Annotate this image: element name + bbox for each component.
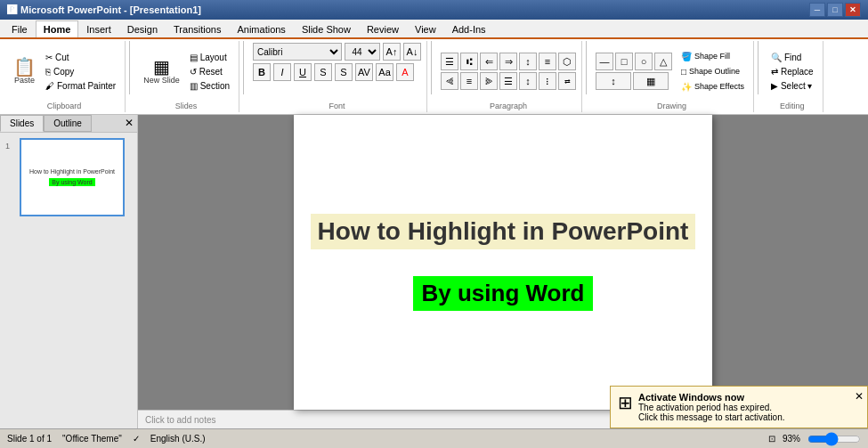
shape-outline-button[interactable]: □ Shape Outline — [677, 65, 748, 78]
shape2-button[interactable]: □ — [615, 53, 633, 70]
zoom-info: 93% — [783, 434, 800, 444]
smartart-button[interactable]: ⬡ — [558, 53, 576, 70]
cut-button[interactable]: ✂ Cut — [42, 51, 119, 64]
paragraph-row1: ☰ ⑆ ⇐ ⇒ ↕ ≡ ⬡ — [441, 53, 576, 70]
drawing-right: 🪣 Shape Fill □ Shape Outline ✨ Shape Eff… — [677, 50, 748, 94]
zoom-slider[interactable] — [807, 432, 861, 446]
new-slide-button[interactable]: ▦ New Slide — [139, 55, 184, 87]
font-color-button[interactable]: A — [396, 63, 414, 81]
separator-2 — [243, 41, 244, 94]
slide-number: 1 — [5, 142, 16, 151]
tab-slideshow[interactable]: Slide Show — [294, 20, 359, 37]
arrange-button[interactable]: ↕ — [596, 72, 631, 90]
clipboard-content: 📋 Paste ✂ Cut ⎘ Copy 🖌 Format Painter — [9, 43, 119, 100]
drawing-row2: ↕ ▦ — [596, 72, 672, 90]
notes-placeholder: Click to add notes — [145, 415, 216, 425]
text-direction-button[interactable]: ↕ — [519, 53, 537, 70]
font-content: Calibri 44 A↑ A↓ B I U S S AV Aa A — [253, 43, 421, 100]
paragraph-content: ☰ ⑆ ⇐ ⇒ ↕ ≡ ⬡ ⫷ ≡ ⫸ ☰ ↕ ⫶ ⇄ — [441, 43, 576, 100]
increase-font-button[interactable]: A↑ — [383, 43, 401, 61]
shape4-button[interactable]: △ — [654, 53, 672, 70]
font-size-select[interactable]: 44 — [345, 43, 380, 61]
tab-design[interactable]: Design — [119, 20, 166, 37]
separator-1 — [129, 41, 130, 94]
reset-button[interactable]: ↺ Reset — [186, 65, 233, 78]
tab-file[interactable]: File — [4, 20, 36, 37]
slide-canvas[interactable]: How to Highlight in PowerPoint By using … — [294, 115, 712, 410]
paragraph-row2: ⫷ ≡ ⫸ ☰ ↕ ⫶ ⇄ — [441, 72, 576, 90]
drawing-row1: — □ ○ △ — [596, 53, 672, 70]
tab-home[interactable]: Home — [36, 20, 79, 37]
paste-button[interactable]: 📋 Paste — [9, 55, 40, 87]
tab-animations[interactable]: Animations — [229, 20, 293, 37]
zoom-fit-button[interactable]: ⊡ — [768, 434, 775, 444]
replace-button[interactable]: ⇄ Replace — [767, 65, 817, 78]
section-icon: ▥ — [190, 81, 198, 91]
activation-text: Activate Windows now The activation peri… — [638, 392, 785, 422]
activation-line2: Click this message to start activation. — [638, 412, 785, 422]
spell-check-icon[interactable]: ✓ — [133, 434, 140, 444]
line-spacing-button[interactable]: ↕ — [519, 72, 537, 90]
quick-styles-button[interactable]: ▦ — [633, 72, 669, 90]
main-area: Slides Outline ✕ 1 How to Highlight in P… — [0, 115, 868, 428]
outline-tab[interactable]: Outline — [44, 115, 92, 132]
font-name-select[interactable]: Calibri — [253, 43, 342, 61]
slide-subtitle[interactable]: By using Word — [413, 276, 594, 311]
tab-transitions[interactable]: Transitions — [166, 20, 229, 37]
activation-title[interactable]: Activate Windows now — [638, 392, 785, 403]
slide-thumbnails: 1 How to Highlight in PowerPoint By usin… — [0, 133, 137, 428]
shadow-button[interactable]: S — [335, 63, 353, 81]
slide-1-thumbnail[interactable]: How to Highlight in PowerPoint By using … — [20, 138, 125, 216]
strikethrough-button[interactable]: S — [314, 63, 332, 81]
font-row1: Calibri 44 A↑ A↓ — [253, 43, 421, 61]
restore-button[interactable]: □ — [827, 3, 843, 17]
center-button[interactable]: ≡ — [460, 72, 478, 90]
bullets-button[interactable]: ☰ — [441, 53, 458, 70]
shape-effects-button[interactable]: ✨ Shape Effects — [677, 80, 748, 94]
layout-button[interactable]: ▤ Layout — [186, 51, 233, 64]
align-right-button[interactable]: ⫸ — [480, 72, 498, 90]
increase-indent-button[interactable]: ⇒ — [499, 53, 517, 70]
activation-close-button[interactable]: ✕ — [855, 390, 864, 403]
slides-small-group: ▤ Layout ↺ Reset ▥ Section — [186, 51, 233, 93]
find-button[interactable]: 🔍 Find — [767, 51, 817, 64]
slide-main-title[interactable]: How to Highlight in PowerPoint — [311, 214, 696, 249]
select-icon: ▶ — [771, 81, 778, 91]
ribbon-group-clipboard: 📋 Paste ✂ Cut ⎘ Copy 🖌 Format Painter Cl… — [4, 41, 126, 112]
decrease-indent-button[interactable]: ⇐ — [480, 53, 498, 70]
align-left-button[interactable]: ⫷ — [441, 72, 458, 90]
shape1-button[interactable]: — — [596, 53, 613, 70]
close-button[interactable]: ✕ — [845, 3, 861, 17]
copy-button[interactable]: ⎘ Copy — [42, 65, 119, 78]
columns-button[interactable]: ⫶ — [539, 72, 556, 90]
ribbon-group-font: Calibri 44 A↑ A↓ B I U S S AV Aa A Font — [247, 41, 427, 112]
section-button[interactable]: ▥ Section — [186, 79, 233, 93]
decrease-font-button[interactable]: A↓ — [403, 43, 421, 61]
paragraph-label: Paragraph — [490, 100, 527, 110]
tab-insert[interactable]: Insert — [78, 20, 119, 37]
italic-button[interactable]: I — [273, 63, 291, 81]
slides-tab[interactable]: Slides — [0, 115, 44, 132]
panel-close-button[interactable]: ✕ — [121, 115, 137, 132]
justify-button[interactable]: ☰ — [499, 72, 517, 90]
tab-view[interactable]: View — [407, 20, 444, 37]
slides-content: ▦ New Slide ▤ Layout ↺ Reset ▥ Section — [139, 43, 233, 100]
char-spacing-button[interactable]: AV — [355, 63, 373, 81]
shape-fill-button[interactable]: 🪣 Shape Fill — [677, 50, 748, 63]
select-button[interactable]: ▶ Select ▾ — [767, 79, 817, 93]
convert-smartart-button[interactable]: ⇄ — [558, 72, 576, 90]
new-slide-icon: ▦ — [153, 58, 170, 76]
tab-review[interactable]: Review — [359, 20, 407, 37]
underline-button[interactable]: U — [294, 63, 312, 81]
drawing-buttons: — □ ○ △ ↕ ▦ — [596, 53, 672, 90]
format-painter-button[interactable]: 🖌 Format Painter — [42, 79, 119, 93]
minimize-button[interactable]: ─ — [809, 3, 825, 17]
activation-popup: ⊞ Activate Windows now The activation pe… — [610, 386, 868, 428]
tab-addins[interactable]: Add-Ins — [444, 20, 494, 37]
change-case-button[interactable]: Aa — [376, 63, 393, 81]
editing-label: Editing — [780, 100, 805, 110]
numbering-button[interactable]: ⑆ — [460, 53, 478, 70]
bold-button[interactable]: B — [253, 63, 271, 81]
align-text-button[interactable]: ≡ — [539, 53, 556, 70]
shape3-button[interactable]: ○ — [635, 53, 653, 70]
